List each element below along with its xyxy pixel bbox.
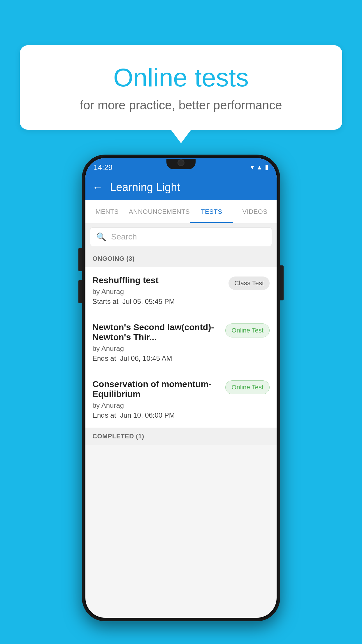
tab-ments[interactable]: MENTS — [85, 200, 129, 223]
test-item[interactable]: Conservation of momentum-Equilibrium by … — [85, 371, 277, 428]
app-title: Learning Light — [110, 181, 180, 194]
tab-tests[interactable]: TESTS — [190, 200, 233, 223]
test-info: Reshuffling test by Anurag Starts at Jul… — [92, 275, 229, 306]
test-date: Starts at Jul 05, 05:45 PM — [92, 298, 224, 306]
tab-bar: MENTS ANNOUNCEMENTS TESTS VIDEOS — [85, 200, 277, 223]
phone-screen: 14:29 ▾ ▲ ▮ ← Learning Light MENTS ANNOU… — [85, 158, 277, 618]
test-author: by Anurag — [92, 344, 221, 353]
phone-side-button-2 — [78, 280, 82, 303]
phone-mockup: 14:29 ▾ ▲ ▮ ← Learning Light MENTS ANNOU… — [82, 155, 280, 621]
back-button[interactable]: ← — [92, 181, 103, 193]
test-badge-online-2: Online Test — [225, 380, 270, 394]
test-item[interactable]: Reshuffling test by Anurag Starts at Jul… — [85, 267, 277, 314]
test-date: Ends at Jun 10, 06:00 PM — [92, 411, 221, 419]
phone-side-button — [78, 248, 82, 271]
promo-title: Online tests — [43, 63, 319, 92]
promo-section: Online tests for more practice, better p… — [20, 45, 342, 143]
test-item[interactable]: Newton's Second law(contd)-Newton's Thir… — [85, 314, 277, 371]
tab-videos[interactable]: VIDEOS — [233, 200, 277, 223]
phone-power-button — [280, 265, 284, 300]
search-bar[interactable]: 🔍 Search — [90, 228, 272, 246]
search-container: 🔍 Search — [85, 223, 277, 250]
status-time: 14:29 — [94, 163, 113, 172]
app-bar: ← Learning Light — [85, 174, 277, 200]
test-badge-class: Class Test — [229, 276, 270, 290]
test-info: Newton's Second law(contd)-Newton's Thir… — [92, 322, 225, 363]
status-icons: ▾ ▲ ▮ — [251, 164, 268, 171]
search-icon: 🔍 — [96, 232, 106, 242]
completed-section-header: COMPLETED (1) — [85, 428, 277, 445]
search-placeholder: Search — [111, 232, 137, 242]
speech-bubble-arrow — [171, 129, 191, 143]
test-name: Newton's Second law(contd)-Newton's Thir… — [92, 322, 221, 342]
test-author: by Anurag — [92, 401, 221, 410]
test-author: by Anurag — [92, 288, 224, 296]
promo-subtitle: for more practice, better performance — [43, 98, 319, 112]
ongoing-section-header: ONGOING (3) — [85, 250, 277, 267]
tab-announcements[interactable]: ANNOUNCEMENTS — [129, 200, 190, 223]
signal-icon: ▲ — [256, 164, 263, 171]
test-info: Conservation of momentum-Equilibrium by … — [92, 379, 225, 419]
test-date: Ends at Jul 06, 10:45 AM — [92, 354, 221, 363]
test-list: Reshuffling test by Anurag Starts at Jul… — [85, 267, 277, 428]
test-badge-online: Online Test — [225, 323, 270, 337]
speech-bubble: Online tests for more practice, better p… — [20, 45, 342, 130]
test-name: Reshuffling test — [92, 275, 224, 285]
wifi-icon: ▾ — [251, 164, 254, 171]
phone-camera — [178, 159, 184, 166]
test-name: Conservation of momentum-Equilibrium — [92, 379, 221, 399]
battery-icon: ▮ — [265, 164, 268, 171]
